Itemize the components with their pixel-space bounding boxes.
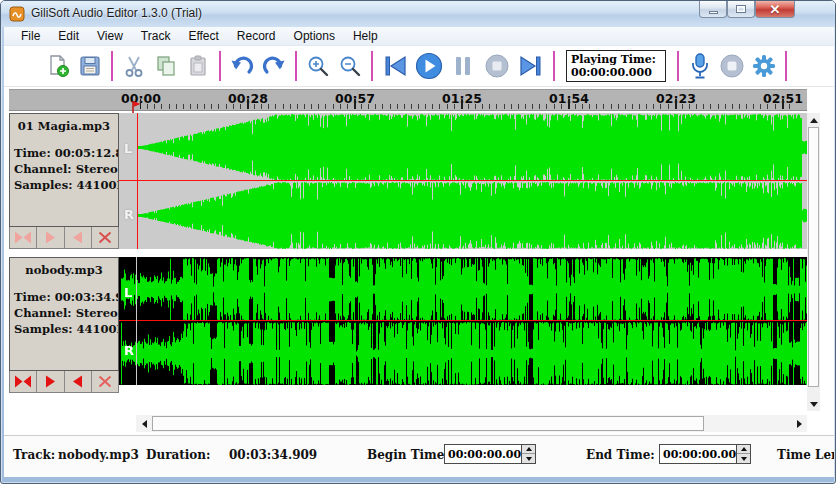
track2-channel-value: Stereo: [76, 306, 118, 320]
track2-left-channel-label: L: [124, 285, 140, 300]
track1-channel-label: Channel:: [14, 162, 72, 176]
maximize-button[interactable]: [727, 1, 755, 18]
pause-button[interactable]: [446, 49, 480, 83]
begin-time-increment-button[interactable]: [522, 445, 535, 454]
settings-button[interactable]: [748, 49, 780, 83]
right-triangle-icon: [43, 375, 57, 388]
stop-icon: [483, 52, 511, 80]
track2-info: nobody.mp3 Time: 00:03:34.909 Channel: S…: [9, 257, 119, 371]
track1-forward-button[interactable]: [37, 227, 64, 248]
stop-button[interactable]: [480, 49, 514, 83]
track1-panel: 01 Magia.mp3 Time: 00:05:12.868 Channel:…: [9, 113, 119, 249]
track2-time-value: 00:03:34.909: [55, 290, 118, 304]
microphone-icon: [687, 52, 713, 80]
redo-button[interactable]: [258, 49, 290, 83]
delete-x-icon: [97, 231, 113, 244]
vertical-scrollbar[interactable]: [807, 113, 820, 411]
stop-recording-icon: [718, 52, 746, 80]
status-duration-label: Duration:: [146, 448, 211, 462]
record-microphone-button[interactable]: [684, 49, 716, 83]
track1-left-channel-label: L: [124, 141, 140, 156]
begin-time-spinbox: [444, 444, 536, 464]
close-icon: ✕: [770, 2, 781, 17]
spinner-up-icon: [526, 447, 532, 451]
track1-right-channel-label: R: [124, 207, 140, 222]
end-time-input[interactable]: [660, 445, 736, 463]
track1-bowtie-button[interactable]: [10, 227, 37, 248]
zoom-in-button[interactable]: [302, 49, 334, 83]
play-icon: [414, 51, 444, 81]
scroll-up-button[interactable]: [807, 113, 820, 127]
track1-buttons: [9, 227, 119, 249]
copy-button[interactable]: [150, 49, 182, 83]
status-duration-value: 00:03:34.909: [229, 448, 317, 462]
track2-bowtie-button[interactable]: [10, 371, 37, 392]
pause-icon: [450, 53, 476, 79]
track2-right-channel-label: R: [124, 343, 140, 358]
track1-back-button[interactable]: [65, 227, 92, 248]
track1-name: 01 Magia.mp3: [10, 119, 118, 133]
scroll-right-button[interactable]: [791, 415, 807, 432]
horizontal-scrollbar[interactable]: [136, 415, 807, 432]
menu-view[interactable]: View: [88, 27, 132, 46]
track1-delete-button[interactable]: [92, 227, 118, 248]
skip-to-start-button[interactable]: [378, 49, 412, 83]
menu-record[interactable]: Record: [228, 27, 285, 46]
begin-time-input[interactable]: [445, 445, 521, 463]
end-time-decrement-button[interactable]: [737, 454, 750, 463]
spinner-up-icon: [741, 447, 747, 451]
track2-panel: nobody.mp3 Time: 00:03:34.909 Channel: S…: [9, 257, 119, 393]
begin-time-spinner: [521, 445, 535, 463]
track2-waveform[interactable]: [119, 257, 807, 385]
track2-buttons: [9, 371, 119, 393]
track2-time-label: Time:: [14, 290, 51, 304]
menu-edit[interactable]: Edit: [49, 27, 88, 46]
end-time-spinner: [736, 445, 750, 463]
status-bar: Track: nobody.mp3 Duration: 00:03:34.909…: [4, 435, 834, 477]
close-button[interactable]: ✕: [755, 1, 795, 18]
horizontal-scroll-thumb[interactable]: [152, 416, 704, 431]
end-time-label: End Time:: [586, 448, 655, 462]
playing-time-value: 00:00:00.000: [571, 66, 661, 79]
new-file-button[interactable]: [42, 49, 74, 83]
menu-track[interactable]: Track: [132, 27, 180, 46]
track1-waveform[interactable]: [119, 113, 807, 249]
gear-icon: [750, 52, 778, 80]
status-track-label: Track:: [13, 448, 55, 462]
stop-recording-button[interactable]: [716, 49, 748, 83]
minimize-button[interactable]: [699, 1, 727, 18]
track1-channel-value: Stereo: [76, 162, 118, 176]
track2-forward-button[interactable]: [37, 371, 64, 392]
arrow-down-icon: [810, 402, 818, 407]
toolbar-separator: [111, 51, 113, 81]
ruler-major-ticks: [140, 99, 795, 109]
menu-effect[interactable]: Effect: [179, 27, 227, 46]
cut-button[interactable]: [118, 49, 150, 83]
vertical-scroll-thumb[interactable]: [808, 127, 819, 387]
undo-button[interactable]: [226, 49, 258, 83]
track2-name: nobody.mp3: [10, 263, 118, 277]
maximize-icon: [736, 5, 746, 13]
timeline-ruler[interactable]: 00:00 00:28 00:57 01:25 01:54 02:23 02:5…: [9, 89, 807, 111]
scroll-left-button[interactable]: [136, 415, 152, 432]
menu-file[interactable]: File: [12, 27, 49, 46]
toolbar-separator: [371, 51, 373, 81]
save-button[interactable]: [74, 49, 106, 83]
left-triangle-icon: [71, 375, 85, 388]
toolbar-separator: [219, 51, 221, 81]
begin-time-decrement-button[interactable]: [522, 454, 535, 463]
toolbar-separator: [553, 51, 555, 81]
zoom-out-button[interactable]: [334, 49, 366, 83]
right-triangle-icon: [43, 231, 57, 244]
zoom-in-icon: [306, 54, 330, 78]
play-button[interactable]: [412, 49, 446, 83]
menu-help[interactable]: Help: [344, 27, 387, 46]
skip-to-end-button[interactable]: [514, 49, 548, 83]
left-triangle-icon: [71, 231, 85, 244]
track2-delete-button[interactable]: [92, 371, 118, 392]
track2-back-button[interactable]: [65, 371, 92, 392]
scroll-down-button[interactable]: [807, 397, 820, 411]
end-time-increment-button[interactable]: [737, 445, 750, 454]
menu-options[interactable]: Options: [285, 27, 344, 46]
paste-button[interactable]: [182, 49, 214, 83]
